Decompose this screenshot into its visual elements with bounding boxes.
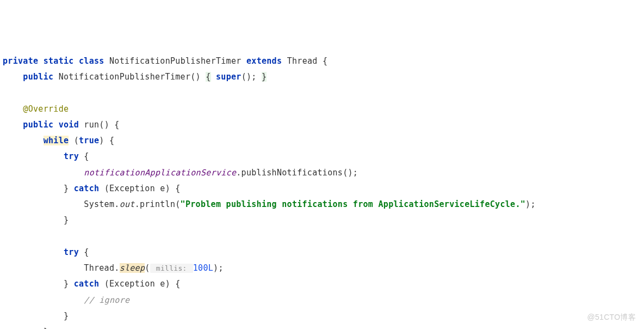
brace-open: { xyxy=(206,72,210,82)
string-literal: "Problem publishing notifications from A… xyxy=(181,199,526,209)
brace: } xyxy=(64,279,69,289)
paren: ( xyxy=(104,184,109,193)
constructor-name: NotificationPublisherTimer() xyxy=(59,72,201,82)
paren: ( xyxy=(145,263,150,273)
keyword-public: public xyxy=(23,72,53,82)
param-hint: millis: xyxy=(150,264,193,273)
paren: ( xyxy=(104,279,109,289)
watermark: @51CTO博客 xyxy=(587,310,636,325)
code-block: private static class NotificationPublish… xyxy=(3,53,641,329)
thread-ref: Thread. xyxy=(84,263,119,273)
keyword-true: true xyxy=(79,136,99,145)
paren: ( xyxy=(74,136,79,145)
close-paren: ); xyxy=(213,263,224,273)
class-name: NotificationPublisherTimer xyxy=(109,56,242,66)
annotation-override: @Override xyxy=(23,104,69,114)
brace: } xyxy=(44,327,48,329)
method-run: run() xyxy=(84,120,109,130)
keyword-void: void xyxy=(59,120,79,130)
brace: { xyxy=(84,247,89,257)
brace: } xyxy=(64,311,69,321)
keyword-catch: catch xyxy=(74,184,100,193)
keyword-class: class xyxy=(79,56,104,66)
exception-decl: Exception e xyxy=(109,184,165,193)
system-ref: System. xyxy=(84,199,119,209)
super-call: (); xyxy=(242,72,257,82)
keyword-catch: catch xyxy=(74,279,100,289)
close-paren: ); xyxy=(525,199,536,209)
brace: } xyxy=(64,184,69,193)
brace: { xyxy=(175,184,180,193)
comment: // ignore xyxy=(84,295,129,305)
number-literal: 100L xyxy=(193,263,213,273)
keyword-private: private xyxy=(3,56,38,66)
parent-class: Thread xyxy=(287,56,318,66)
keyword-super: super xyxy=(216,72,242,82)
brace: { xyxy=(114,120,119,130)
sleep-method: sleep xyxy=(120,263,145,273)
keyword-try: try xyxy=(64,247,79,257)
brace-close: } xyxy=(262,72,267,82)
brace: { xyxy=(84,151,89,161)
method-call: .publishNotifications(); xyxy=(236,168,358,178)
keyword-static: static xyxy=(44,56,74,66)
paren: ) xyxy=(165,279,170,289)
paren: ) xyxy=(99,136,104,145)
out-ref: out xyxy=(120,199,135,209)
field-ref: notificationApplicationService xyxy=(84,168,236,178)
exception-decl: Exception e xyxy=(109,279,165,289)
keyword-while: while xyxy=(44,136,69,145)
brace: { xyxy=(109,136,114,145)
keyword-public: public xyxy=(23,120,53,130)
brace: { xyxy=(175,279,180,289)
keyword-try: try xyxy=(64,151,79,161)
paren: ) xyxy=(165,184,170,193)
keyword-extends: extends xyxy=(246,56,282,66)
brace: } xyxy=(64,215,69,225)
brace: { xyxy=(323,56,327,66)
println-call: .println( xyxy=(135,199,181,209)
